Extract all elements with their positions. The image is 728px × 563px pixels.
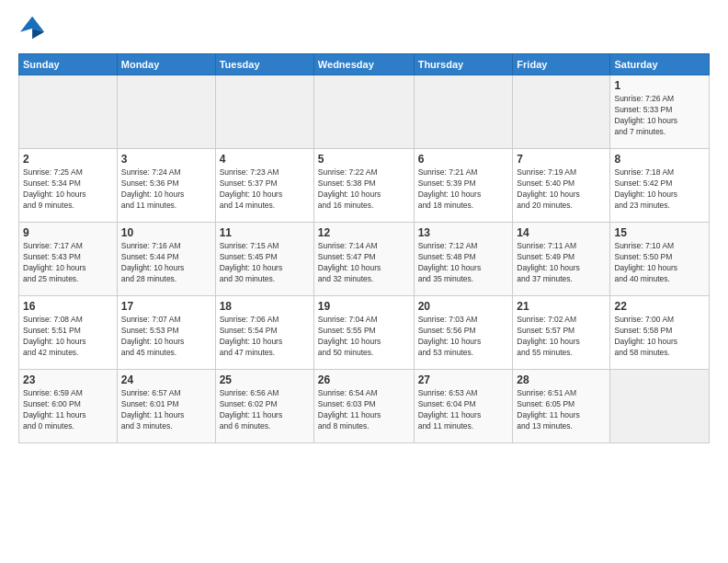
calendar-cell: 4Sunrise: 7:23 AM Sunset: 5:37 PM Daylig… [215, 149, 313, 223]
week-row-1: 2Sunrise: 7:25 AM Sunset: 5:34 PM Daylig… [19, 149, 710, 223]
calendar-cell: 26Sunrise: 6:54 AM Sunset: 6:03 PM Dayli… [313, 370, 414, 443]
day-number: 28 [517, 373, 606, 386]
day-number: 8 [614, 153, 705, 166]
day-info: Sunrise: 6:53 AM Sunset: 6:04 PM Dayligh… [418, 388, 509, 432]
day-number: 26 [318, 373, 410, 386]
calendar-cell: 18Sunrise: 7:06 AM Sunset: 5:54 PM Dayli… [215, 296, 313, 370]
day-number: 18 [220, 300, 310, 313]
weekday-header-wednesday: Wednesday [313, 54, 414, 75]
calendar-cell: 16Sunrise: 7:08 AM Sunset: 5:51 PM Dayli… [19, 296, 118, 370]
day-info: Sunrise: 6:57 AM Sunset: 6:01 PM Dayligh… [121, 388, 211, 432]
weekday-header-sunday: Sunday [19, 54, 118, 75]
day-info: Sunrise: 7:19 AM Sunset: 5:40 PM Dayligh… [517, 167, 606, 212]
day-info: Sunrise: 7:23 AM Sunset: 5:37 PM Dayligh… [220, 167, 310, 212]
day-number: 10 [121, 226, 211, 239]
day-info: Sunrise: 7:03 AM Sunset: 5:56 PM Dayligh… [418, 315, 509, 359]
day-info: Sunrise: 7:00 AM Sunset: 5:58 PM Dayligh… [614, 315, 705, 359]
svg-marker-0 [20, 17, 44, 32]
calendar-cell [610, 370, 710, 443]
calendar-cell: 22Sunrise: 7:00 AM Sunset: 5:58 PM Dayli… [610, 296, 710, 370]
day-number: 21 [517, 300, 606, 313]
weekday-header-row: SundayMondayTuesdayWednesdayThursdayFrid… [19, 54, 710, 75]
calendar-cell: 5Sunrise: 7:22 AM Sunset: 5:38 PM Daylig… [313, 149, 414, 223]
calendar-cell: 8Sunrise: 7:18 AM Sunset: 5:42 PM Daylig… [610, 149, 710, 223]
day-info: Sunrise: 7:26 AM Sunset: 5:33 PM Dayligh… [614, 94, 705, 138]
day-number: 13 [418, 226, 509, 239]
day-number: 5 [318, 153, 410, 166]
calendar-cell: 11Sunrise: 7:15 AM Sunset: 5:45 PM Dayli… [215, 223, 313, 296]
day-number: 22 [614, 300, 705, 313]
day-info: Sunrise: 7:12 AM Sunset: 5:48 PM Dayligh… [418, 241, 509, 285]
day-number: 7 [517, 153, 606, 166]
header [18, 15, 710, 44]
calendar-cell: 10Sunrise: 7:16 AM Sunset: 5:44 PM Dayli… [117, 223, 215, 296]
calendar-cell: 21Sunrise: 7:02 AM Sunset: 5:57 PM Dayli… [513, 296, 610, 370]
week-row-0: 1Sunrise: 7:26 AM Sunset: 5:33 PM Daylig… [19, 75, 710, 149]
calendar-cell: 20Sunrise: 7:03 AM Sunset: 5:56 PM Dayli… [414, 296, 513, 370]
calendar-cell: 6Sunrise: 7:21 AM Sunset: 5:39 PM Daylig… [414, 149, 513, 223]
calendar-cell: 19Sunrise: 7:04 AM Sunset: 5:55 PM Dayli… [313, 296, 414, 370]
calendar-cell: 27Sunrise: 6:53 AM Sunset: 6:04 PM Dayli… [414, 370, 513, 443]
day-info: Sunrise: 7:07 AM Sunset: 5:53 PM Dayligh… [121, 315, 211, 359]
day-info: Sunrise: 7:17 AM Sunset: 5:43 PM Dayligh… [23, 241, 113, 285]
calendar-cell: 23Sunrise: 6:59 AM Sunset: 6:00 PM Dayli… [19, 370, 118, 443]
day-number: 3 [121, 153, 211, 166]
weekday-header-tuesday: Tuesday [215, 54, 313, 75]
day-number: 4 [220, 153, 310, 166]
day-info: Sunrise: 7:18 AM Sunset: 5:42 PM Dayligh… [614, 167, 705, 212]
calendar-cell: 24Sunrise: 6:57 AM Sunset: 6:01 PM Dayli… [117, 370, 215, 443]
calendar-cell [513, 75, 610, 149]
day-number: 20 [418, 300, 509, 313]
day-number: 25 [220, 373, 310, 386]
calendar-cell: 3Sunrise: 7:24 AM Sunset: 5:36 PM Daylig… [117, 149, 215, 223]
calendar-cell: 17Sunrise: 7:07 AM Sunset: 5:53 PM Dayli… [117, 296, 215, 370]
day-number: 27 [418, 373, 509, 386]
day-info: Sunrise: 6:59 AM Sunset: 6:00 PM Dayligh… [23, 388, 113, 432]
day-info: Sunrise: 6:56 AM Sunset: 6:02 PM Dayligh… [220, 388, 310, 432]
calendar-cell: 2Sunrise: 7:25 AM Sunset: 5:34 PM Daylig… [19, 149, 118, 223]
day-number: 15 [614, 226, 705, 239]
week-row-3: 16Sunrise: 7:08 AM Sunset: 5:51 PM Dayli… [19, 296, 710, 370]
day-info: Sunrise: 7:15 AM Sunset: 5:45 PM Dayligh… [220, 241, 310, 285]
day-info: Sunrise: 7:10 AM Sunset: 5:50 PM Dayligh… [614, 241, 705, 285]
calendar-cell: 1Sunrise: 7:26 AM Sunset: 5:33 PM Daylig… [610, 75, 710, 149]
calendar-cell [313, 75, 414, 149]
day-number: 1 [614, 79, 705, 92]
day-info: Sunrise: 7:22 AM Sunset: 5:38 PM Dayligh… [318, 167, 410, 212]
calendar-cell [215, 75, 313, 149]
day-number: 24 [121, 373, 211, 386]
day-info: Sunrise: 7:14 AM Sunset: 5:47 PM Dayligh… [318, 241, 410, 285]
weekday-header-saturday: Saturday [610, 54, 710, 75]
day-info: Sunrise: 7:21 AM Sunset: 5:39 PM Dayligh… [418, 167, 509, 212]
calendar-cell [19, 75, 118, 149]
weekday-header-monday: Monday [117, 54, 215, 75]
calendar-cell: 15Sunrise: 7:10 AM Sunset: 5:50 PM Dayli… [610, 223, 710, 296]
day-info: Sunrise: 7:16 AM Sunset: 5:44 PM Dayligh… [121, 241, 211, 285]
page: SundayMondayTuesdayWednesdayThursdayFrid… [0, 0, 728, 563]
day-info: Sunrise: 7:06 AM Sunset: 5:54 PM Dayligh… [220, 315, 310, 359]
day-info: Sunrise: 7:02 AM Sunset: 5:57 PM Dayligh… [517, 315, 606, 359]
calendar-cell: 14Sunrise: 7:11 AM Sunset: 5:49 PM Dayli… [513, 223, 610, 296]
calendar-cell: 13Sunrise: 7:12 AM Sunset: 5:48 PM Dayli… [414, 223, 513, 296]
day-number: 2 [23, 153, 113, 166]
day-number: 9 [23, 226, 113, 239]
day-number: 11 [220, 226, 310, 239]
calendar-cell: 12Sunrise: 7:14 AM Sunset: 5:47 PM Dayli… [313, 223, 414, 296]
day-number: 19 [318, 300, 410, 313]
day-number: 17 [121, 300, 211, 313]
calendar-cell [414, 75, 513, 149]
week-row-2: 9Sunrise: 7:17 AM Sunset: 5:43 PM Daylig… [19, 223, 710, 296]
day-info: Sunrise: 6:54 AM Sunset: 6:03 PM Dayligh… [318, 388, 410, 432]
calendar-cell [117, 75, 215, 149]
calendar: SundayMondayTuesdayWednesdayThursdayFrid… [18, 53, 710, 443]
calendar-cell: 9Sunrise: 7:17 AM Sunset: 5:43 PM Daylig… [19, 223, 118, 296]
day-info: Sunrise: 7:24 AM Sunset: 5:36 PM Dayligh… [121, 167, 211, 212]
day-number: 12 [318, 226, 410, 239]
day-info: Sunrise: 7:11 AM Sunset: 5:49 PM Dayligh… [517, 241, 606, 285]
weekday-header-thursday: Thursday [414, 54, 513, 75]
day-number: 6 [418, 153, 509, 166]
day-info: Sunrise: 6:51 AM Sunset: 6:05 PM Dayligh… [517, 388, 606, 432]
day-info: Sunrise: 7:08 AM Sunset: 5:51 PM Dayligh… [23, 315, 113, 359]
calendar-cell: 25Sunrise: 6:56 AM Sunset: 6:02 PM Dayli… [215, 370, 313, 443]
calendar-cell: 28Sunrise: 6:51 AM Sunset: 6:05 PM Dayli… [513, 370, 610, 443]
